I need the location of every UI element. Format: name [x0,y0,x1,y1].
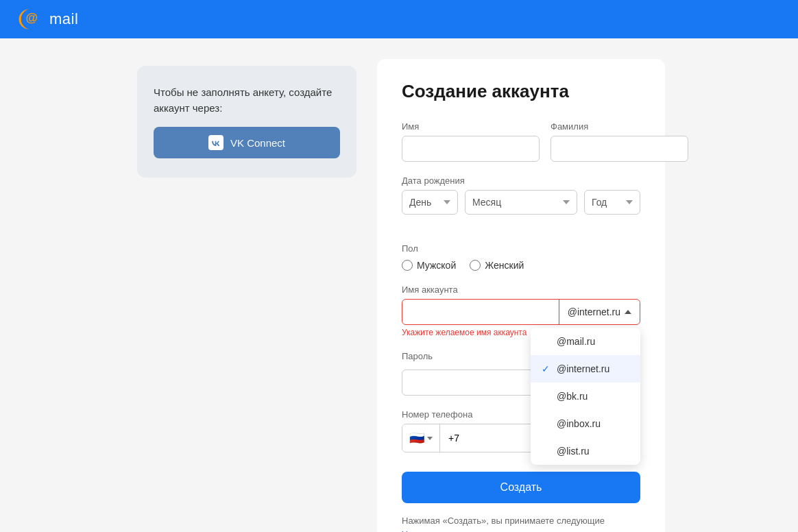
logo: @ mail [16,7,78,32]
svg-text:@: @ [25,12,38,25]
month-group: Месяц [465,190,577,215]
day-group: День [402,190,458,215]
day-select[interactable]: День [402,190,458,215]
check-icon-inbox [542,418,551,429]
dob-row: День Месяц Год [402,190,640,215]
vk-promo-text: Чтобы не заполнять анкету, создайте акка… [154,85,340,116]
domain-inbox-text: @inbox.ru [557,418,601,429]
left-card: Чтобы не заполнять анкету, создайте акка… [137,66,356,178]
main-content: Чтобы не заполнять анкету, создайте акка… [0,38,798,532]
account-input-group: @internet.ru [402,299,640,325]
last-name-input[interactable] [551,136,688,162]
gender-male-label[interactable]: Мужской [402,260,456,271]
russia-flag-icon: 🇷🇺 [409,431,424,446]
gender-female-radio[interactable] [470,260,481,271]
gender-male-text: Мужской [417,260,456,271]
mail-at-icon: @ [21,7,45,32]
domain-selected-text: @internet.ru [568,306,620,317]
domain-option-list[interactable]: @list.ru [531,437,640,465]
terms-text: Нажимая «Создать», вы принимаете следующ… [402,514,640,532]
name-row: Имя Фамилия [402,121,640,162]
chevron-up-icon [625,310,631,314]
account-name-label: Имя аккаунта [402,285,640,295]
domain-list-text: @list.ru [557,446,590,457]
gender-label: Пол [402,243,418,254]
form-title: Создание аккаунта [402,81,640,102]
domain-option-bk[interactable]: @bk.ru [531,383,640,410]
terms-end: . [500,529,503,533]
domain-select-button[interactable]: @internet.ru [559,300,640,324]
check-icon-list [542,446,551,457]
last-name-label: Фамилия [551,121,688,132]
vk-connect-button[interactable]: VK Connect [154,127,340,158]
check-icon-internet: ✓ [542,363,551,374]
logo-text: mail [49,10,78,28]
domain-bk-text: @bk.ru [557,391,588,402]
domain-dropdown: @mail.ru ✓ @internet.ru @bk.ru @inbox.ru [531,328,640,465]
vk-button-label: VK Connect [230,137,285,149]
phone-country-selector[interactable]: 🇷🇺 [402,424,440,452]
year-group: Год [584,190,640,215]
create-button[interactable]: Создать [402,472,640,503]
first-name-input[interactable] [402,136,540,162]
account-name-input[interactable] [402,300,559,324]
terms-link[interactable]: Условия использования [402,529,500,533]
dob-group: Дата рождения День Месяц Год [402,176,640,228]
check-icon-bk [542,391,551,402]
gender-female-text: Женский [485,260,524,271]
domain-option-internet[interactable]: ✓ @internet.ru [531,355,640,383]
account-name-group: Имя аккаунта @internet.ru @mail.ru [402,285,640,347]
month-select[interactable]: Месяц [465,190,577,215]
terms-prefix: Нажимая «Создать», вы принимаете следующ… [402,516,605,526]
check-icon-mail [542,336,551,347]
last-name-group: Фамилия [551,121,688,162]
domain-internet-text: @internet.ru [557,363,609,374]
domain-option-inbox[interactable]: @inbox.ru [531,410,640,437]
password-label: Пароль [402,351,433,361]
domain-option-mail[interactable]: @mail.ru [531,328,640,355]
dob-label: Дата рождения [402,176,640,186]
gender-group: Пол Мужской Женский [402,242,640,271]
gender-female-label[interactable]: Женский [470,260,524,271]
domain-mail-text: @mail.ru [557,336,595,347]
first-name-group: Имя [402,121,540,162]
form-card: Создание аккаунта Имя Фамилия Дата рожде… [377,59,665,532]
year-select[interactable]: Год [584,190,640,215]
first-name-label: Имя [402,121,540,132]
radio-group: Мужской Женский [402,260,640,271]
header: @ mail [0,0,798,38]
account-input-wrapper: @internet.ru @mail.ru ✓ @internet.ru [402,299,640,325]
phone-chevron-icon [427,437,433,440]
gender-male-radio[interactable] [402,260,413,271]
vk-icon [208,135,223,150]
